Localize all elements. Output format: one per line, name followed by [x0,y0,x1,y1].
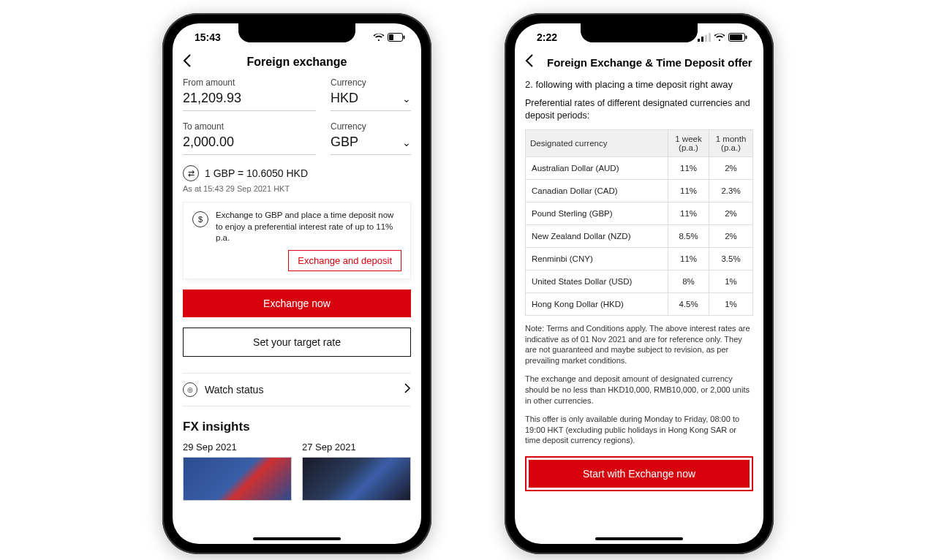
rate-1week-cell: 11% [668,247,709,270]
rate-1week-cell: 4.5% [668,292,709,315]
rate-1week-cell: 11% [668,179,709,202]
to-amount-label: To amount [183,121,316,132]
wifi-icon [373,33,385,42]
to-amount-field[interactable]: To amount 2,000.00 [183,121,316,155]
rates-table: Designated currency 1 week (p.a.) 1 mont… [525,129,753,316]
currency-cell: Pound Sterling (GBP) [526,202,668,224]
insight-date: 27 Sep 2021 [302,442,411,453]
rate-1month-cell: 2% [709,202,753,224]
insight-thumbnail [183,457,292,501]
table-header: Designated currency [526,129,668,156]
phone-mockup-left: 15:43 Foreign exchange From amount 21,20… [162,13,431,554]
svg-rect-4 [701,37,703,42]
from-currency-label: Currency [331,77,411,88]
from-amount-label: From amount [183,77,316,88]
status-time: 2:22 [537,31,557,43]
target-icon: ◎ [183,382,197,397]
rate-timestamp: As at 15:43 29 Sep 2021 HKT [183,184,411,193]
rate-1month-cell: 1% [709,270,753,292]
status-icons [373,33,405,42]
set-target-rate-button[interactable]: Set your target rate [183,328,411,357]
cta-highlight: Start with Exchange now [525,456,753,491]
insight-card[interactable]: 27 Sep 2021 [302,442,411,501]
battery-icon [728,33,747,42]
battery-icon [388,33,405,42]
content: From amount 21,209.93 Currency HKD ⌄ To … [173,77,421,544]
chevron-left-icon [525,54,534,67]
exchange-rate-text: 1 GBP = 10.6050 HKD [205,167,308,179]
exchange-now-button[interactable]: Exchange now [183,290,411,317]
from-currency-value: HKD [331,91,358,106]
wifi-icon [714,33,725,42]
rate-1month-cell: 1% [709,292,753,315]
status-time: 15:43 [195,31,221,43]
rate-1week-cell: 11% [668,156,709,179]
to-amount-value: 2,000.00 [183,133,316,155]
to-currency-field[interactable]: Currency GBP ⌄ [331,121,411,155]
svg-rect-6 [709,33,711,42]
currency-cell: New Zealand Dollar (NZD) [526,224,668,247]
chevron-down-icon: ⌄ [402,137,411,148]
intro-text: 2. following with placing a time deposit… [525,79,753,90]
nav-title: Foreign Exchange & Time Deposit offer [544,56,753,69]
svg-rect-1 [389,34,393,40]
nav-bar: Foreign exchange [173,51,421,77]
rate-1week-cell: 11% [668,202,709,224]
exchange-and-deposit-link[interactable]: Exchange and deposit [288,250,401,271]
to-currency-value: GBP [331,135,358,150]
from-currency-field[interactable]: Currency HKD ⌄ [331,77,411,111]
promo-text: Exchange to GBP and place a time deposit… [216,210,401,244]
home-indicator [253,537,341,540]
table-header-row: Designated currency 1 week (p.a.) 1 mont… [526,129,753,156]
table-row: Hong Kong Dollar (HKD)4.5%1% [526,292,753,315]
currency-cell: Renminbi (CNY) [526,247,668,270]
rate-1month-cell: 2% [709,224,753,247]
nav-title: Foreign exchange [183,56,411,69]
content: 2. following with placing a time deposit… [515,77,763,544]
nav-bar: Foreign Exchange & Time Deposit offer [515,51,763,77]
table-header: 1 week (p.a.) [668,129,709,156]
notch [581,23,698,42]
to-currency-label: Currency [331,121,411,132]
phone-mockup-right: 2:22 Foreign Exchange & Time Deposit off… [505,13,774,554]
screen: 15:43 Foreign exchange From amount 21,20… [173,23,421,544]
amount-note: The exchange and deposit amount of desig… [525,374,753,406]
svg-rect-9 [746,36,747,39]
svg-rect-5 [705,35,707,42]
subheading: Preferential rates of different designat… [525,97,753,122]
start-exchange-button[interactable]: Start with Exchange now [529,460,750,488]
from-row: From amount 21,209.93 Currency HKD ⌄ [183,77,411,111]
from-amount-field[interactable]: From amount 21,209.93 [183,77,316,111]
exchange-rate-row: ⇄ 1 GBP = 10.6050 HKD [183,165,411,181]
table-row: Canadian Dollar (CAD)11%2.3% [526,179,753,202]
rate-1week-cell: 8% [668,270,709,292]
refresh-dollar-icon: $ [192,211,208,227]
svg-rect-8 [730,34,742,40]
status-icons [698,33,747,42]
table-row: Renminbi (CNY)11%3.5% [526,247,753,270]
rate-1week-cell: 8.5% [668,224,709,247]
availability-note: This offer is only available during Mond… [525,414,753,447]
chevron-right-icon [404,383,411,396]
insights-row: 29 Sep 2021 27 Sep 2021 [183,442,411,501]
svg-rect-3 [698,39,700,42]
table-row: Pound Sterling (GBP)11%2% [526,202,753,224]
table-row: New Zealand Dollar (NZD)8.5%2% [526,224,753,247]
rate-1month-cell: 2% [709,156,753,179]
currency-cell: Australian Dollar (AUD) [526,156,668,179]
swap-icon[interactable]: ⇄ [183,165,199,181]
terms-note: Note: Terms and Conditions apply. The ab… [525,323,753,366]
insight-card[interactable]: 29 Sep 2021 [183,442,292,501]
back-button[interactable] [525,54,544,70]
table-row: United States Dollar (USD)8%1% [526,270,753,292]
home-indicator [595,537,683,540]
rate-1month-cell: 2.3% [709,179,753,202]
insight-thumbnail [302,457,411,501]
currency-cell: Canadian Dollar (CAD) [526,179,668,202]
watch-status-row[interactable]: ◎ Watch status [183,373,411,406]
currency-cell: Hong Kong Dollar (HKD) [526,292,668,315]
rate-1month-cell: 3.5% [709,247,753,270]
currency-cell: United States Dollar (USD) [526,270,668,292]
cellular-icon [698,33,711,42]
notch [238,23,355,42]
